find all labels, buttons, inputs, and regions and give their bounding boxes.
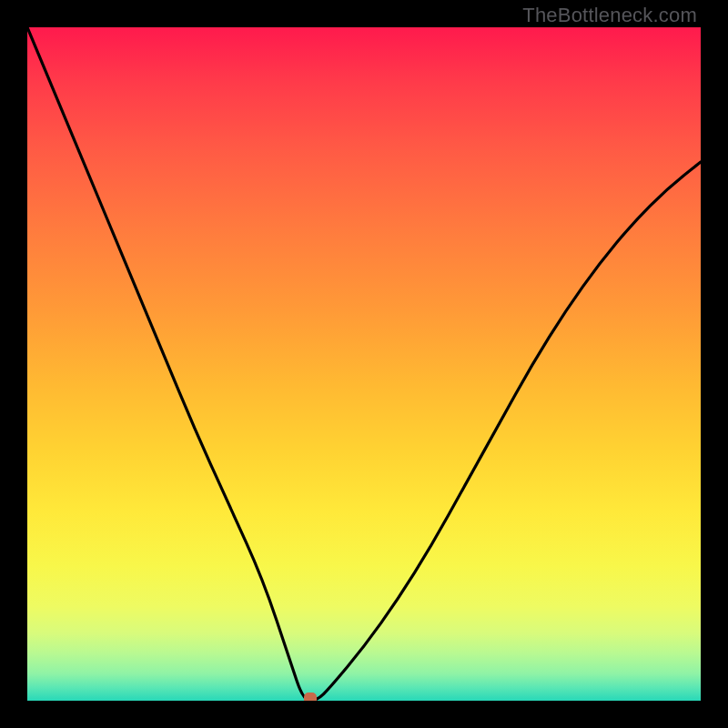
watermark-text: TheBottleneck.com [522,4,697,27]
chart-frame: TheBottleneck.com [0,0,728,728]
bottleneck-curve [27,27,701,701]
curve-path [27,27,701,701]
plot-area [27,27,701,701]
minimum-marker [304,693,317,701]
